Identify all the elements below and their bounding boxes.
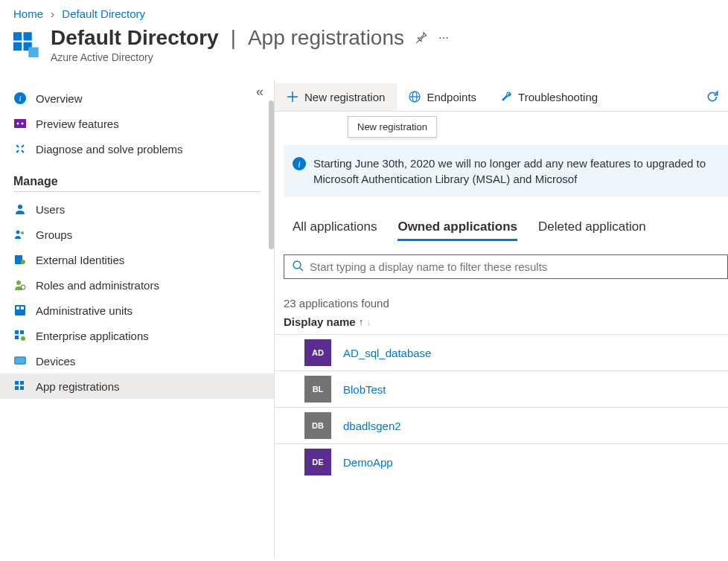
app-name-link[interactable]: AD_sql_database (343, 347, 431, 359)
sidebar-item-label: Devices (36, 355, 75, 368)
svg-rect-1 (24, 32, 32, 40)
new-registration-button[interactable]: New registration (275, 83, 397, 111)
button-label: Troubleshooting (518, 91, 598, 103)
sidebar-item-roles[interactable]: Roles and administrators (0, 272, 274, 298)
sidebar-item-users[interactable]: Users (0, 196, 274, 222)
svg-rect-18 (21, 307, 24, 310)
breadcrumb-current[interactable]: Default Directory (62, 7, 145, 20)
toolbar: New registration Endpoints Troubleshooti… (275, 83, 728, 112)
svg-point-33 (293, 261, 301, 269)
button-label: Endpoints (427, 91, 476, 103)
search-input[interactable] (310, 260, 720, 273)
table-row[interactable]: BL BlobTest (275, 371, 728, 407)
svg-point-9 (18, 205, 22, 209)
scrollbar[interactable] (269, 100, 274, 249)
directory-icon (13, 31, 40, 57)
svg-rect-26 (20, 381, 24, 385)
breadcrumb-home[interactable]: Home (13, 7, 43, 20)
sidebar-item-app-registrations[interactable]: App registrations (0, 374, 274, 399)
more-icon[interactable]: ⋯ (438, 32, 449, 44)
svg-point-13 (21, 260, 25, 264)
page-header: Default Directory | App registrations ⋯ … (0, 26, 728, 80)
app-badge: BL (304, 376, 331, 403)
pin-icon[interactable] (415, 31, 428, 46)
tabs: All applications Owned applications Dele… (293, 219, 728, 241)
svg-point-10 (16, 231, 20, 234)
app-name-link[interactable]: DemoApp (343, 456, 393, 469)
button-label: New registration (304, 91, 385, 103)
svg-point-14 (16, 280, 21, 285)
sidebar-item-label: External Identities (36, 254, 124, 266)
sidebar-item-label: Preview features (36, 118, 119, 130)
sidebar-item-groups[interactable]: Groups (0, 222, 274, 247)
refresh-button[interactable] (694, 83, 728, 111)
sidebar: « i Overview Preview features Diagnose a… (0, 80, 274, 559)
wrench-icon (500, 91, 512, 103)
sidebar-item-label: Roles and administrators (36, 279, 159, 292)
svg-rect-25 (15, 381, 19, 385)
app-badge: DE (304, 449, 331, 475)
sidebar-item-enterprise[interactable]: Enterprise applications (0, 323, 274, 348)
sidebar-item-overview[interactable]: i Overview (0, 86, 274, 111)
svg-rect-17 (16, 307, 19, 310)
tab-all-applications[interactable]: All applications (293, 219, 377, 241)
devices-icon (13, 354, 27, 368)
svg-text:i: i (19, 94, 21, 103)
svg-rect-24 (16, 358, 25, 363)
svg-point-7 (17, 123, 19, 125)
tab-owned-applications[interactable]: Owned applications (397, 219, 517, 241)
info-banner: i Starting June 30th, 2020 we will no lo… (284, 145, 728, 197)
title-separator: | (231, 26, 236, 50)
svg-point-8 (22, 123, 24, 125)
admin-units-icon (13, 304, 27, 317)
sidebar-item-label: Groups (36, 228, 72, 241)
app-badge: AD (304, 339, 331, 366)
refresh-icon (706, 90, 719, 103)
svg-point-15 (21, 285, 25, 289)
info-icon: i (293, 157, 306, 170)
tab-deleted-applications[interactable]: Deleted application (538, 219, 646, 241)
external-icon (13, 253, 27, 266)
app-name-link[interactable]: dbadlsgen2 (343, 420, 401, 432)
column-label: Display name (284, 315, 356, 328)
banner-text: Starting June 30th, 2020 we will no long… (313, 156, 719, 187)
roles-icon (13, 278, 27, 292)
svg-rect-20 (20, 330, 24, 334)
app-badge: DB (304, 412, 331, 439)
troubleshooting-button[interactable]: Troubleshooting (488, 83, 610, 111)
page-title-bold: Default Directory (51, 26, 219, 50)
user-icon (13, 202, 27, 216)
table-row[interactable]: AD AD_sql_database (275, 334, 728, 371)
breadcrumb: Home › Default Directory (0, 0, 728, 26)
info-icon: i (13, 92, 27, 105)
search-box[interactable] (284, 254, 728, 279)
svg-rect-28 (20, 386, 24, 390)
svg-rect-2 (13, 42, 22, 51)
page-title-thin: App registrations (248, 26, 404, 50)
search-icon (292, 260, 304, 274)
column-header-display-name[interactable]: Display name ↑ ↓ (284, 315, 728, 328)
sidebar-item-label: Enterprise applications (36, 330, 149, 342)
sidebar-item-diagnose[interactable]: Diagnose and solve problems (0, 136, 274, 161)
plus-icon (287, 91, 298, 103)
main-panel: New registration Endpoints Troubleshooti… (274, 80, 728, 559)
sidebar-item-preview[interactable]: Preview features (0, 111, 274, 136)
svg-text:i: i (298, 159, 301, 170)
sidebar-item-devices[interactable]: Devices (0, 348, 274, 374)
table-row[interactable]: DE DemoApp (275, 443, 728, 480)
endpoints-button[interactable]: Endpoints (397, 83, 488, 111)
svg-rect-19 (15, 330, 19, 334)
app-name-link[interactable]: BlobTest (343, 383, 386, 396)
sidebar-item-label: Administrative units (36, 304, 132, 317)
table-row[interactable]: DB dbadlsgen2 (275, 407, 728, 443)
sidebar-item-external[interactable]: External Identities (0, 247, 274, 272)
diagnose-icon (13, 142, 27, 156)
groups-icon (13, 228, 27, 241)
svg-rect-27 (15, 386, 19, 390)
sidebar-item-admin-units[interactable]: Administrative units (0, 298, 274, 323)
app-registrations-icon (13, 379, 27, 393)
sidebar-item-label: Overview (36, 92, 83, 105)
sort-descending-icon: ↓ (366, 316, 371, 327)
collapse-icon[interactable]: « (256, 84, 264, 100)
svg-point-11 (21, 231, 24, 234)
